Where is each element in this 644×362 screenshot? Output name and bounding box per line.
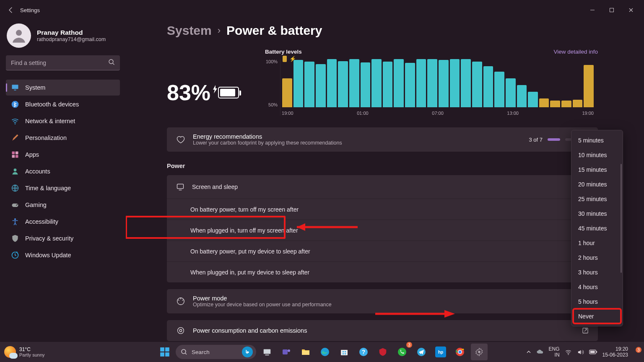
dropdown-option[interactable]: 5 hours xyxy=(573,294,621,309)
bolt-icon xyxy=(212,85,218,93)
dropdown-option[interactable]: 15 minutes xyxy=(573,162,621,177)
dropdown-option[interactable]: 25 minutes xyxy=(573,191,621,206)
svg-point-14 xyxy=(16,205,17,206)
dropdown-option[interactable]: 1 hour xyxy=(573,235,621,250)
energy-recommendations-card[interactable]: Energy recommendations Lower your carbon… xyxy=(167,127,598,152)
svg-rect-41 xyxy=(345,353,346,354)
nav-item-privacy-security[interactable]: Privacy & security xyxy=(6,230,120,246)
telegram-icon[interactable] xyxy=(413,344,430,360)
back-button[interactable] xyxy=(3,2,19,18)
task-view-button[interactable] xyxy=(259,344,275,360)
settings-icon[interactable] xyxy=(471,344,488,360)
profile-name: Pranay Rathod xyxy=(37,29,106,36)
dropdown-option[interactable]: 30 minutes xyxy=(573,206,621,221)
close-button[interactable] xyxy=(621,3,641,17)
power-row[interactable]: On battery power, put my device to sleep… xyxy=(167,240,598,261)
nav-item-network-internet[interactable]: Network & internet xyxy=(6,113,120,129)
clock[interactable]: 19:2015-06-2023 xyxy=(602,346,628,358)
svg-rect-32 xyxy=(265,354,269,355)
maximize-button[interactable] xyxy=(602,3,621,17)
nav-item-gaming[interactable]: Gaming xyxy=(6,197,120,213)
teams-icon[interactable] xyxy=(278,344,295,360)
card-title: Power consumption and carbon emissions xyxy=(193,327,574,334)
svg-point-11 xyxy=(14,168,17,171)
access-icon xyxy=(11,217,19,226)
weather-temp: 31°C xyxy=(19,346,45,352)
tray-chevron-icon[interactable] xyxy=(526,349,531,354)
screen-sleep-icon xyxy=(176,183,184,191)
screen-sleep-header[interactable]: Screen and sleep xyxy=(167,175,598,199)
nav-label: Apps xyxy=(25,151,39,158)
store-icon[interactable] xyxy=(336,344,353,360)
search-input[interactable] xyxy=(6,55,120,70)
power-row[interactable]: When plugged in, put my device to sleep … xyxy=(167,261,598,282)
chart-bar xyxy=(304,62,314,107)
search-icon xyxy=(108,59,115,65)
svg-rect-27 xyxy=(165,347,169,352)
dropdown-option[interactable]: 2 hours xyxy=(573,250,621,265)
onedrive-icon[interactable] xyxy=(536,348,544,356)
nav-label: Personalization xyxy=(25,134,67,141)
edge-icon[interactable] xyxy=(317,344,333,360)
nav-item-bluetooth-devices[interactable]: Bluetooth & devices xyxy=(6,96,120,112)
hp-icon[interactable]: hp xyxy=(432,344,449,360)
weather-widget[interactable]: 31°C Partly sunny xyxy=(4,346,45,358)
help-icon[interactable]: ? xyxy=(355,344,372,360)
chart-bar xyxy=(483,66,493,107)
whatsapp-icon[interactable] xyxy=(394,344,410,360)
chart-bar xyxy=(539,98,549,107)
chart-title: Battery levels xyxy=(265,49,302,55)
nav-item-windows-update[interactable]: Windows Update xyxy=(6,247,120,263)
dropdown-option[interactable]: Never xyxy=(573,309,621,323)
breadcrumb-parent[interactable]: System xyxy=(167,23,212,38)
chart-bar xyxy=(293,60,304,107)
gamepad-icon xyxy=(11,201,19,209)
chart-bar xyxy=(383,62,393,107)
nav-label: Bluetooth & devices xyxy=(25,101,79,108)
nav-item-apps[interactable]: Apps xyxy=(6,147,120,163)
time-dropdown[interactable]: 5 minutes10 minutes15 minutes20 minutes2… xyxy=(571,130,623,326)
chrome-icon[interactable] xyxy=(452,344,468,360)
card-subtitle: Optimize your device based on power use … xyxy=(193,302,575,308)
dropdown-option[interactable]: 3 hours xyxy=(573,265,621,279)
chart-bar xyxy=(371,59,382,107)
explorer-icon[interactable] xyxy=(297,344,314,360)
nav-item-accounts[interactable]: Accounts xyxy=(6,163,120,179)
nav-item-personalization[interactable]: Personalization xyxy=(6,130,120,146)
notifications-icon[interactable] xyxy=(633,349,640,355)
dropdown-option[interactable]: 20 minutes xyxy=(573,177,621,191)
leaf-heart-icon xyxy=(176,135,185,144)
dropdown-option[interactable]: 10 minutes xyxy=(573,147,621,162)
dropdown-option[interactable]: 45 minutes xyxy=(573,221,621,235)
nav-item-system[interactable]: System xyxy=(6,80,120,96)
bing-icon xyxy=(242,346,253,357)
chart-bar xyxy=(282,78,292,107)
carbon-card[interactable]: Power consumption and carbon emissions xyxy=(167,320,598,341)
nav-item-accessibility[interactable]: Accessibility xyxy=(6,214,120,230)
start-button[interactable] xyxy=(156,344,173,360)
dropdown-option[interactable]: 4 hours xyxy=(573,279,621,294)
wifi-icon[interactable] xyxy=(565,349,572,356)
power-row[interactable]: When plugged in, turn off my screen afte… xyxy=(167,220,598,240)
volume-icon[interactable] xyxy=(577,349,584,356)
breadcrumb: System › Power & battery xyxy=(167,23,598,38)
minimize-button[interactable] xyxy=(583,3,602,17)
power-row[interactable]: On battery power, turn off my screen aft… xyxy=(167,199,598,220)
dropdown-option[interactable]: 5 minutes xyxy=(573,133,621,147)
battery-tray-icon[interactable] xyxy=(589,349,597,355)
nav-item-time-language[interactable]: Time & language xyxy=(6,180,120,196)
mcafee-icon[interactable] xyxy=(374,344,391,360)
system-tray[interactable]: ENGIN 19:2015-06-2023 xyxy=(526,346,640,358)
taskbar-search[interactable]: Search xyxy=(176,345,256,359)
chart-bar xyxy=(405,63,415,107)
svg-point-20 xyxy=(179,329,182,332)
chart-bar xyxy=(349,59,359,107)
power-mode-card[interactable]: Power mode Optimize your device based on… xyxy=(167,289,598,313)
language-indicator[interactable]: ENGIN xyxy=(549,346,560,358)
profile[interactable]: Pranay Rathod rathodpranay714@gmail.com xyxy=(6,22,120,55)
svg-point-44 xyxy=(398,348,406,356)
chart-bar xyxy=(338,61,348,107)
brush-icon xyxy=(11,134,19,142)
svg-rect-4 xyxy=(14,90,16,90)
chart-detail-link[interactable]: View detailed info xyxy=(553,49,598,55)
